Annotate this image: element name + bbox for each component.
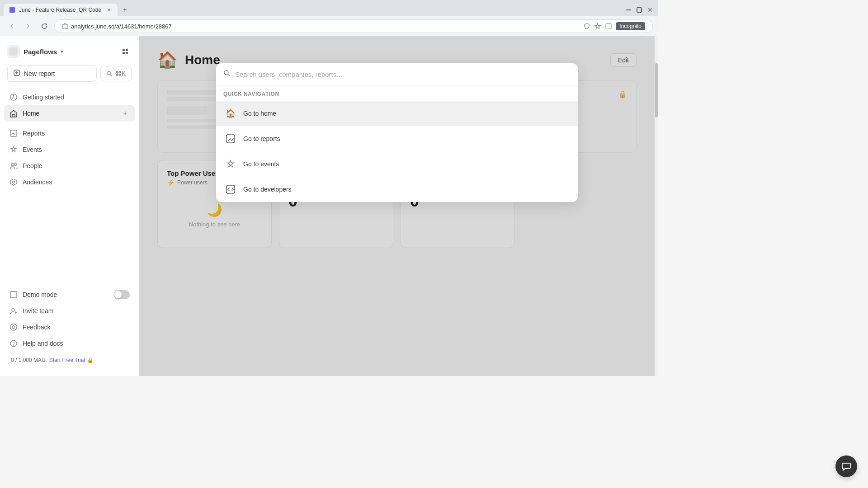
new-report-label: New report — [24, 70, 55, 77]
svg-point-20 — [12, 326, 15, 328]
address-bar-icons: Incognito — [583, 22, 645, 30]
brand-logo[interactable]: Pageflows ▾ — [7, 45, 63, 58]
search-icon-container — [223, 70, 231, 79]
svg-rect-6 — [126, 49, 128, 51]
quick-nav-go-developers[interactable]: Go to developers — [216, 177, 578, 202]
search-icon — [106, 70, 113, 77]
sidebar-item-audiences[interactable]: Audiences — [4, 174, 135, 190]
tab-bar: June - Feature Release_QR Code ✕ + ✕ — [0, 0, 658, 16]
demo-mode-toggle[interactable] — [113, 290, 130, 299]
sidebar-icon-button[interactable] — [119, 45, 132, 58]
address-bar[interactable]: analytics.june.so/a/14631/home/28867 Inc… — [54, 19, 653, 33]
svg-rect-17 — [10, 291, 17, 298]
sidebar-nav-section: Reports Events People Audiences — [0, 123, 139, 192]
svg-text:?: ? — [13, 341, 15, 347]
sidebar-bottom: Demo mode Invite team Feedback ? — [0, 283, 139, 371]
getting-started-label: Getting started — [23, 94, 64, 101]
search-shortcut: ⌘K — [115, 70, 126, 77]
close-button[interactable]: ✕ — [646, 5, 655, 14]
search-button[interactable]: ⌘K — [100, 66, 132, 81]
sidebar-item-getting-started[interactable]: Getting started — [4, 89, 135, 105]
svg-point-14 — [14, 164, 17, 166]
toggle-knob — [114, 291, 122, 298]
active-tab[interactable]: June - Feature Release_QR Code ✕ — [4, 4, 118, 16]
feedback-icon — [9, 323, 18, 332]
brand-name: Pageflows — [24, 48, 57, 56]
tab-title: June - Feature Release_QR Code — [19, 7, 101, 13]
quick-nav-go-home[interactable]: 🏠 Go to home — [216, 101, 578, 126]
right-scrollbar[interactable] — [655, 36, 658, 376]
people-label: People — [23, 162, 42, 169]
sidebar-item-people[interactable]: People — [4, 158, 135, 174]
audiences-label: Audiences — [23, 178, 52, 186]
svg-rect-5 — [123, 49, 125, 51]
events-label: Events — [23, 146, 42, 153]
demo-mode-item: Demo mode — [4, 286, 135, 303]
quick-nav-events-label: Go to events — [243, 160, 279, 168]
svg-rect-7 — [123, 52, 125, 54]
tab-favicon — [9, 7, 15, 13]
audiences-icon — [9, 178, 18, 187]
quick-nav-events-icon — [223, 157, 238, 171]
help-icon: ? — [9, 339, 18, 348]
back-button[interactable] — [5, 20, 18, 33]
lock-icon: 🔒 — [87, 357, 94, 363]
window-controls: ✕ — [624, 5, 655, 14]
reports-label: Reports — [23, 130, 45, 137]
home-icon — [9, 109, 18, 118]
brand-icon — [7, 45, 20, 58]
app-layout: Pageflows ▾ New report ⌘K — [0, 36, 658, 376]
sidebar-header: Pageflows ▾ — [0, 42, 139, 63]
svg-rect-1 — [637, 8, 642, 12]
tab-close-button[interactable]: ✕ — [105, 6, 112, 14]
sidebar-item-events[interactable]: Events — [4, 141, 135, 158]
help-docs-label: Help and docs — [23, 340, 63, 347]
quick-nav-label: Quick Navigation — [216, 85, 578, 101]
new-report-button[interactable]: New report — [7, 65, 97, 82]
quick-nav-developers-label: Go to developers — [243, 186, 292, 193]
address-bar-row: analytics.june.so/a/14631/home/28867 Inc… — [0, 16, 658, 36]
search-container: Quick Navigation 🏠 Go to home Go to repo… — [216, 63, 578, 202]
demo-mode-label: Demo mode — [23, 291, 57, 298]
quick-nav-home-icon: 🏠 — [223, 106, 238, 121]
mau-bar: 0 / 1,000 MAU Start Free Trial 🔒 — [4, 353, 135, 367]
reports-icon — [9, 129, 18, 138]
search-input[interactable] — [235, 70, 571, 78]
svg-point-10 — [107, 71, 111, 75]
extension-icon — [605, 23, 612, 30]
home-label: Home — [23, 110, 39, 117]
search-overlay[interactable]: Quick Navigation 🏠 Go to home Go to repo… — [139, 36, 655, 376]
svg-point-19 — [10, 324, 17, 330]
quick-nav-go-reports[interactable]: Go to reports — [216, 126, 578, 151]
new-report-icon — [13, 69, 20, 78]
new-tab-button[interactable]: + — [119, 5, 130, 15]
sidebar-top-section: Getting started Home + — [0, 87, 139, 123]
people-icon — [9, 161, 18, 170]
sidebar-item-home[interactable]: Home + — [4, 105, 135, 122]
reload-button[interactable] — [38, 20, 51, 33]
maximize-button[interactable] — [635, 5, 644, 14]
quick-nav-reports-label: Go to reports — [243, 135, 280, 142]
sidebar-item-feedback[interactable]: Feedback — [4, 319, 135, 335]
scrollbar-thumb — [655, 63, 658, 117]
svg-rect-8 — [126, 52, 128, 54]
quick-nav-go-events[interactable]: Go to events — [216, 151, 578, 177]
sidebar-item-help[interactable]: ? Help and docs — [4, 335, 135, 352]
svg-rect-3 — [606, 23, 611, 29]
minimize-button[interactable] — [624, 5, 633, 14]
add-home-button[interactable]: + — [121, 109, 130, 118]
sidebar-item-reports[interactable]: Reports — [4, 125, 135, 141]
quick-nav-developers-icon — [223, 182, 238, 197]
shield-icon — [583, 23, 590, 30]
forward-button[interactable] — [22, 20, 34, 33]
incognito-badge: Incognito — [616, 22, 645, 30]
invite-team-label: Invite team — [23, 307, 53, 314]
svg-marker-15 — [10, 179, 17, 185]
quick-nav-reports-icon — [223, 131, 238, 146]
sidebar-item-invite[interactable]: Invite team — [4, 303, 135, 319]
invite-icon — [9, 306, 18, 315]
start-trial-button[interactable]: Start Free Trial 🔒 — [49, 357, 94, 363]
svg-point-16 — [13, 181, 15, 183]
sidebar: Pageflows ▾ New report ⌘K — [0, 36, 139, 376]
feedback-label: Feedback — [23, 324, 50, 331]
